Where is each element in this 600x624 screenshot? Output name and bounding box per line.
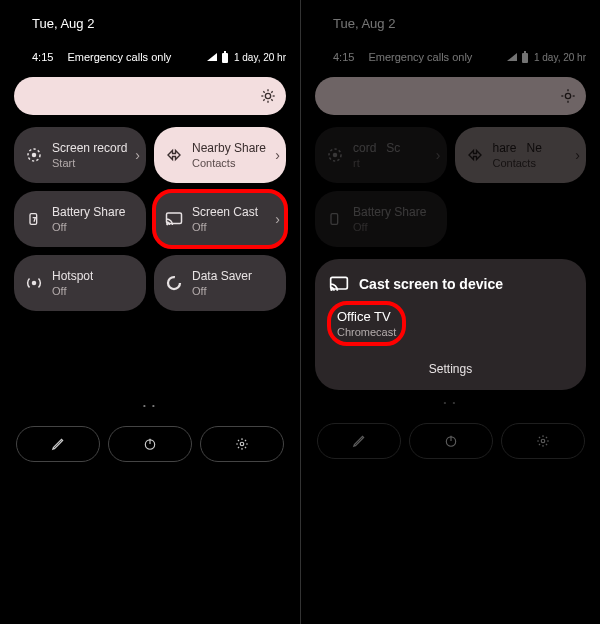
gear-icon bbox=[235, 437, 249, 451]
cast-icon bbox=[164, 211, 184, 227]
tile-screen-cast[interactable]: Screen Cast Off › bbox=[154, 191, 286, 247]
power-icon bbox=[444, 434, 458, 448]
tile-title: cord Sc bbox=[353, 141, 400, 155]
page-indicator: • • bbox=[14, 401, 286, 410]
status-icons: 1 day, 20 hr bbox=[506, 51, 586, 63]
tile-title: Screen record bbox=[52, 141, 127, 155]
edit-button[interactable] bbox=[317, 423, 401, 459]
svg-line-10 bbox=[271, 91, 272, 92]
tile-sub: Off bbox=[192, 221, 258, 233]
svg-point-23 bbox=[565, 93, 570, 98]
tile-nearby-share[interactable]: Nearby Share Contacts › bbox=[154, 127, 286, 183]
svg-rect-22 bbox=[524, 51, 526, 53]
tile-sub: Start bbox=[52, 157, 127, 169]
tile-title: Battery Share bbox=[52, 205, 125, 219]
tile-sub: Contacts bbox=[493, 157, 542, 169]
cast-panel: Cast screen to device Office TV Chromeca… bbox=[315, 259, 586, 390]
edit-button[interactable] bbox=[16, 426, 100, 462]
power-button[interactable] bbox=[409, 423, 493, 459]
nearby-share-icon bbox=[465, 146, 485, 164]
cast-settings-link[interactable]: Settings bbox=[329, 362, 572, 376]
svg-rect-30 bbox=[331, 214, 338, 225]
chevron-right-icon: › bbox=[135, 147, 140, 163]
tile-sub: Off bbox=[192, 285, 252, 297]
chevron-right-icon: › bbox=[436, 147, 441, 163]
svg-point-29 bbox=[333, 153, 338, 158]
tile-title: Data Saver bbox=[192, 269, 252, 283]
signal-icon bbox=[206, 52, 218, 62]
cast-panel-header: Cast screen to device bbox=[329, 275, 572, 293]
power-button[interactable] bbox=[108, 426, 192, 462]
svg-line-7 bbox=[263, 91, 264, 92]
tile-battery-share[interactable]: Battery Share Off bbox=[14, 191, 146, 247]
chevron-right-icon: › bbox=[275, 211, 280, 227]
tile-sub: Off bbox=[353, 221, 426, 233]
svg-rect-0 bbox=[222, 53, 228, 63]
status-time: 4:15 bbox=[333, 51, 354, 63]
svg-line-9 bbox=[263, 99, 264, 100]
status-bar: 4:15 Emergency calls only 1 day, 20 hr bbox=[14, 51, 286, 63]
brightness-icon bbox=[260, 88, 276, 104]
svg-point-35 bbox=[541, 439, 545, 443]
tile-nearby-share[interactable]: hare Ne Contacts › bbox=[455, 127, 587, 183]
tile-screen-record[interactable]: cord Sc rt › bbox=[315, 127, 447, 183]
svg-point-2 bbox=[265, 93, 270, 98]
status-emergency: Emergency calls only bbox=[67, 51, 171, 63]
data-saver-icon bbox=[164, 274, 184, 292]
settings-button[interactable] bbox=[501, 423, 585, 459]
cast-device-office-tv[interactable]: Office TV Chromecast bbox=[329, 303, 404, 344]
tile-sub: Contacts bbox=[192, 157, 266, 169]
svg-rect-13 bbox=[30, 214, 37, 225]
date-label: Tue, Aug 2 bbox=[32, 16, 286, 31]
quick-settings-tiles: Screen record Start › Nearby Share Conta… bbox=[14, 127, 286, 311]
quick-settings-tiles: cord Sc rt › hare Ne Contacts › Battery … bbox=[315, 127, 586, 247]
tile-sub: rt bbox=[353, 157, 400, 169]
status-icons: 1 day, 20 hr bbox=[206, 51, 286, 63]
tile-data-saver[interactable]: Data Saver Off bbox=[154, 255, 286, 311]
battery-icon bbox=[520, 51, 530, 63]
svg-point-32 bbox=[330, 289, 333, 292]
status-battery-text: 1 day, 20 hr bbox=[234, 52, 286, 63]
brightness-slider[interactable] bbox=[14, 77, 286, 115]
tile-screen-record[interactable]: Screen record Start › bbox=[14, 127, 146, 183]
tile-title: Nearby Share bbox=[192, 141, 266, 155]
battery-icon bbox=[220, 51, 230, 63]
cast-device-name: Office TV bbox=[337, 309, 396, 324]
right-pane: Tue, Aug 2 4:15 Emergency calls only 1 d… bbox=[300, 0, 600, 624]
svg-rect-31 bbox=[331, 277, 348, 289]
chevron-right-icon: › bbox=[575, 147, 580, 163]
date-label: Tue, Aug 2 bbox=[333, 16, 586, 31]
tile-title: hare Ne bbox=[493, 141, 542, 155]
pencil-icon bbox=[352, 434, 366, 448]
pencil-icon bbox=[51, 437, 65, 451]
power-icon bbox=[143, 437, 157, 451]
settings-button[interactable] bbox=[200, 426, 284, 462]
tile-title: Battery Share bbox=[353, 205, 426, 219]
tile-title: Screen Cast bbox=[192, 205, 258, 219]
footer-buttons bbox=[14, 426, 286, 462]
tile-sub: Off bbox=[52, 221, 125, 233]
battery-share-icon bbox=[24, 211, 44, 227]
svg-point-12 bbox=[32, 153, 37, 158]
status-time: 4:15 bbox=[32, 51, 53, 63]
hotspot-icon bbox=[24, 274, 44, 292]
page-indicator: • • bbox=[315, 398, 586, 407]
record-icon bbox=[325, 146, 345, 164]
svg-rect-21 bbox=[522, 53, 528, 63]
svg-point-16 bbox=[32, 281, 37, 286]
battery-share-icon bbox=[325, 211, 345, 227]
tile-title: Hotspot bbox=[52, 269, 93, 283]
nearby-share-icon bbox=[164, 146, 184, 164]
brightness-slider[interactable] bbox=[315, 77, 586, 115]
tile-battery-share[interactable]: Battery Share Off bbox=[315, 191, 447, 247]
gear-icon bbox=[536, 434, 550, 448]
tile-hotspot[interactable]: Hotspot Off bbox=[14, 255, 146, 311]
status-bar: 4:15 Emergency calls only 1 day, 20 hr bbox=[315, 51, 586, 63]
cast-device-sub: Chromecast bbox=[337, 326, 396, 338]
signal-icon bbox=[506, 52, 518, 62]
svg-rect-1 bbox=[224, 51, 226, 53]
left-pane: Tue, Aug 2 4:15 Emergency calls only 1 d… bbox=[0, 0, 300, 624]
cast-panel-title: Cast screen to device bbox=[359, 276, 503, 292]
status-battery-text: 1 day, 20 hr bbox=[534, 52, 586, 63]
brightness-icon bbox=[560, 88, 576, 104]
